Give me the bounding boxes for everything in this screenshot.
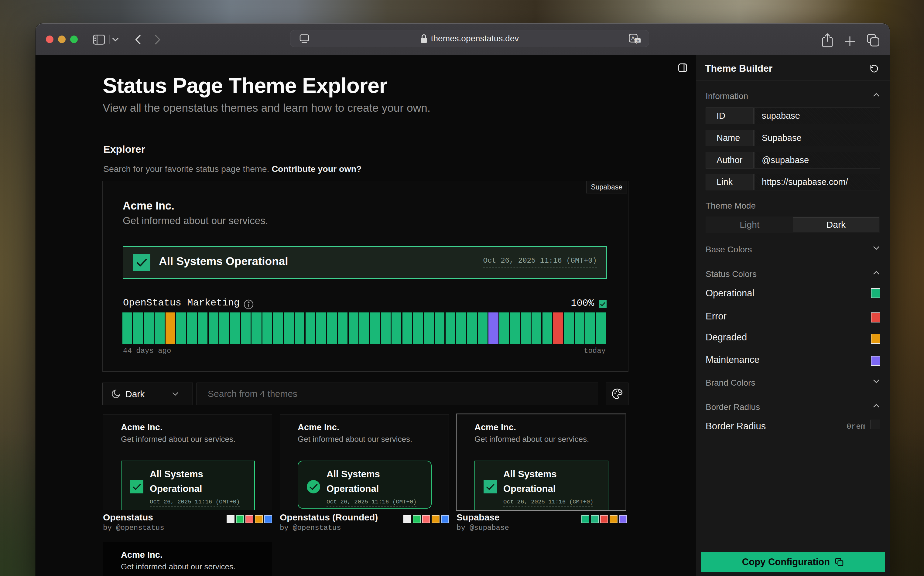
svg-text:A: A — [631, 35, 635, 41]
svg-text:文: 文 — [636, 39, 640, 43]
